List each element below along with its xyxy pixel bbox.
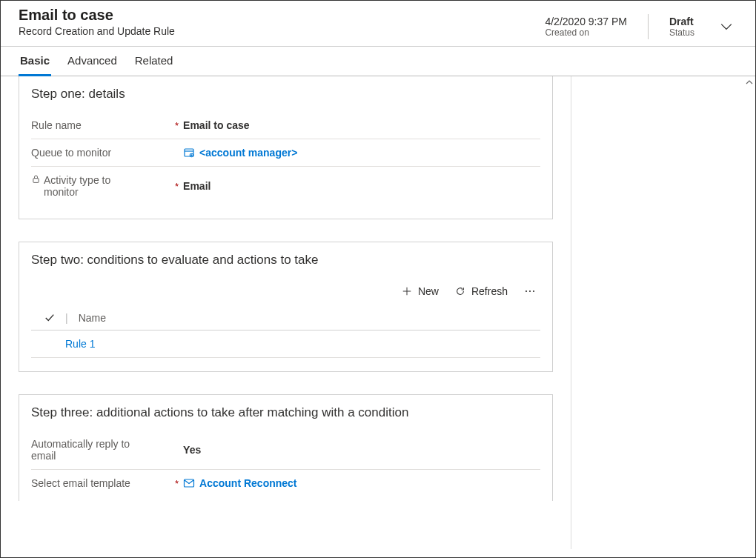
header-right: 4/2/2020 9:37 PM Created on Draft Status: [545, 14, 737, 39]
svg-point-3: [525, 290, 527, 292]
rule-link[interactable]: Rule 1: [65, 338, 95, 350]
refresh-icon: [455, 286, 465, 296]
page-header: Email to case Record Creation and Update…: [1, 1, 755, 47]
refresh-button[interactable]: Refresh: [455, 285, 508, 297]
page-subtitle: Record Creation and Update Rule: [19, 25, 175, 37]
required-indicator: *: [175, 181, 179, 192]
required-indicator: *: [175, 478, 179, 489]
created-on-value: 4/2/2020 9:37 PM: [545, 16, 627, 27]
field-row-activity-type: Activity type to monitor * Email: [31, 167, 540, 205]
auto-reply-label: Automatically reply to email: [31, 438, 150, 462]
rule-name-value[interactable]: Email to case: [183, 119, 540, 131]
status-label: Status: [669, 27, 694, 38]
checkmark-icon: [44, 313, 55, 323]
main-content: Step one: details Rule name * Email to c…: [1, 76, 571, 549]
created-on-label: Created on: [545, 27, 627, 38]
chevron-down-icon: [720, 20, 733, 33]
svg-rect-2: [33, 179, 39, 183]
grid-column-name[interactable]: Name: [79, 312, 106, 324]
scroll-up-icon: [745, 78, 754, 87]
rule-name-label: Rule name: [31, 119, 82, 131]
more-commands-button[interactable]: [524, 285, 536, 297]
step-two-section: Step two: conditions to evaluate and act…: [19, 242, 553, 372]
svg-point-5: [533, 290, 534, 292]
field-row-queue[interactable]: Queue to monitor * <account manager>: [31, 139, 540, 167]
new-button-label: New: [418, 285, 439, 297]
lock-icon: [31, 174, 41, 184]
more-icon: [524, 285, 536, 297]
email-template-label: Select email template: [31, 477, 130, 489]
step-three-section: Step three: additional actions to take a…: [19, 394, 553, 501]
queue-value[interactable]: <account manager>: [183, 147, 540, 159]
grid-header: | Name: [31, 308, 540, 331]
expand-header-button[interactable]: [715, 16, 737, 38]
field-row-auto-reply[interactable]: Automatically reply to email * Yes: [31, 431, 540, 470]
tab-advanced[interactable]: Advanced: [66, 54, 119, 76]
field-row-rule-name[interactable]: Rule name * Email to case: [31, 112, 540, 139]
required-indicator: *: [175, 120, 179, 131]
created-on-block: 4/2/2020 9:37 PM Created on: [545, 16, 627, 38]
field-row-email-template[interactable]: Select email template * Account Reconnec…: [31, 470, 540, 496]
select-all-checkmark[interactable]: [44, 313, 55, 323]
page-title: Email to case: [19, 7, 175, 24]
svg-point-4: [529, 290, 531, 292]
email-template-link-text: Account Reconnect: [199, 477, 296, 489]
status-block: Draft Status: [669, 16, 694, 38]
grid-toolbar: New Refresh: [31, 278, 540, 308]
tab-basic[interactable]: Basic: [19, 54, 51, 76]
refresh-button-label: Refresh: [471, 285, 508, 297]
step-two-title: Step two: conditions to evaluate and act…: [31, 253, 540, 268]
activity-type-value: Email: [183, 180, 540, 192]
queue-label: Queue to monitor: [31, 147, 111, 159]
plus-icon: [402, 286, 412, 296]
grid-row[interactable]: Rule 1: [31, 331, 540, 358]
right-pane: [571, 76, 755, 549]
email-template-value[interactable]: Account Reconnect: [183, 477, 540, 489]
tab-related[interactable]: Related: [133, 54, 175, 76]
step-one-title: Step one: details: [31, 87, 540, 102]
status-value: Draft: [669, 16, 694, 27]
email-template-icon: [183, 477, 195, 489]
header-divider: [648, 14, 649, 39]
tab-bar: Basic Advanced Related: [1, 47, 755, 76]
step-three-title: Step three: additional actions to take a…: [31, 405, 540, 420]
activity-type-label: Activity type to monitor: [44, 174, 140, 198]
header-left: Email to case Record Creation and Update…: [19, 7, 175, 46]
auto-reply-value[interactable]: Yes: [183, 444, 540, 456]
step-one-section: Step one: details Rule name * Email to c…: [19, 76, 553, 219]
scroll-up-indicator[interactable]: [745, 78, 754, 87]
new-button[interactable]: New: [402, 285, 439, 297]
queue-link-text: <account manager>: [199, 147, 297, 159]
queue-icon: [183, 147, 195, 159]
